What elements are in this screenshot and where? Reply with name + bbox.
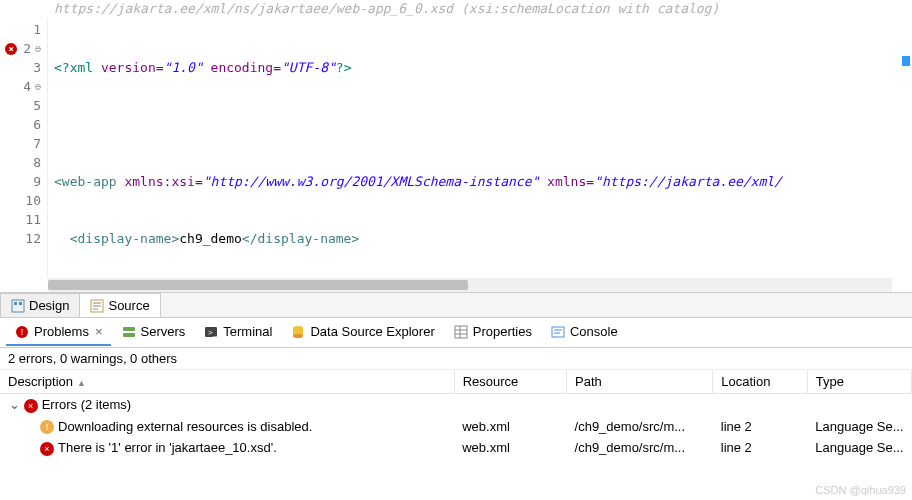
svg-text:!: ! <box>21 327 24 337</box>
errors-group-row[interactable]: ⌄ ×Errors (2 items) <box>0 394 912 416</box>
sort-asc-icon: ▲ <box>77 378 86 388</box>
col-type[interactable]: Type <box>807 370 911 394</box>
line-gutter: 1 ×2⊖ 3 4⊖ 5 6 7 8 9 10 11 12 <box>0 18 48 278</box>
terminal-icon: >_ <box>203 324 219 340</box>
problem-location: line 2 <box>713 437 808 459</box>
svg-rect-20 <box>552 327 564 337</box>
overview-ruler-mark[interactable] <box>902 56 910 66</box>
svg-point-15 <box>293 334 303 338</box>
svg-rect-1 <box>14 302 17 305</box>
view-tab-properties[interactable]: Properties <box>445 320 540 346</box>
col-resource[interactable]: Resource <box>454 370 566 394</box>
properties-icon <box>453 324 469 340</box>
problem-type: Language Se... <box>807 437 911 459</box>
tab-design[interactable]: Design <box>0 293 80 317</box>
tab-label: Properties <box>473 324 532 339</box>
problems-table: Description▲ Resource Path Location Type… <box>0 370 912 459</box>
col-description[interactable]: Description▲ <box>0 370 454 394</box>
col-location[interactable]: Location <box>713 370 808 394</box>
problem-resource: web.xml <box>454 437 566 459</box>
code-content[interactable]: <?xml version="1.0" encoding="UTF-8"?> <… <box>48 18 912 278</box>
problem-description: There is '1' error in 'jakartaee_10.xsd'… <box>58 440 277 455</box>
problem-path: /ch9_demo/src/m... <box>567 437 713 459</box>
chevron-down-icon[interactable]: ⌄ <box>8 397 20 412</box>
tab-source[interactable]: Source <box>79 293 160 317</box>
view-tab-console[interactable]: Console <box>542 320 626 346</box>
source-icon <box>90 299 104 313</box>
view-tab-data-source-explorer[interactable]: Data Source Explorer <box>282 320 442 346</box>
problem-description: Downloading external resources is disabl… <box>58 419 312 434</box>
problem-path: /ch9_demo/src/m... <box>567 416 713 438</box>
svg-rect-9 <box>123 327 135 331</box>
editor-mode-tabs: Design Source <box>0 292 912 318</box>
tab-label: Source <box>108 298 149 313</box>
svg-text:>_: >_ <box>208 328 218 337</box>
problem-type: Language Se... <box>807 416 911 438</box>
problem-location: line 2 <box>713 416 808 438</box>
problem-row[interactable]: !Downloading external resources is disab… <box>0 416 912 438</box>
tab-label: Data Source Explorer <box>310 324 434 339</box>
group-label: Errors (2 items) <box>42 397 132 412</box>
tab-label: Console <box>570 324 618 339</box>
console-icon <box>550 324 566 340</box>
servers-icon <box>121 324 137 340</box>
view-tab-problems[interactable]: ! Problems × <box>6 320 111 346</box>
database-icon <box>290 324 306 340</box>
fold-icon[interactable]: ⊖ <box>35 77 41 96</box>
error-icon: × <box>40 442 54 456</box>
code-editor[interactable]: 1 ×2⊖ 3 4⊖ 5 6 7 8 9 10 11 12 <?xml vers… <box>0 18 912 278</box>
col-path[interactable]: Path <box>567 370 713 394</box>
scrollbar-thumb[interactable] <box>48 280 468 290</box>
tab-label: Problems <box>34 324 89 339</box>
svg-rect-0 <box>12 300 24 312</box>
problems-icon: ! <box>14 324 30 340</box>
view-tab-servers[interactable]: Servers <box>113 320 194 346</box>
tab-label: Servers <box>141 324 186 339</box>
tab-label: Design <box>29 298 69 313</box>
inline-hint: https://jakarta.ee/xml/ns/jakartaee/web-… <box>0 0 912 18</box>
table-header-row: Description▲ Resource Path Location Type <box>0 370 912 394</box>
view-tab-terminal[interactable]: >_ Terminal <box>195 320 280 346</box>
tab-label: Terminal <box>223 324 272 339</box>
views-tabbar: ! Problems × Servers >_ Terminal Data So… <box>0 318 912 348</box>
svg-rect-2 <box>19 302 22 305</box>
error-icon[interactable]: × <box>5 43 17 55</box>
svg-rect-10 <box>123 333 135 337</box>
error-icon: × <box>24 399 38 413</box>
horizontal-scrollbar[interactable] <box>48 278 892 292</box>
problems-summary: 2 errors, 0 warnings, 0 others <box>0 348 912 370</box>
svg-rect-16 <box>455 326 467 338</box>
warning-icon: ! <box>40 420 54 434</box>
close-icon[interactable]: × <box>95 324 103 339</box>
problem-resource: web.xml <box>454 416 566 438</box>
design-icon <box>11 299 25 313</box>
fold-icon[interactable]: ⊖ <box>35 39 41 58</box>
problem-row[interactable]: ×There is '1' error in 'jakartaee_10.xsd… <box>0 437 912 459</box>
